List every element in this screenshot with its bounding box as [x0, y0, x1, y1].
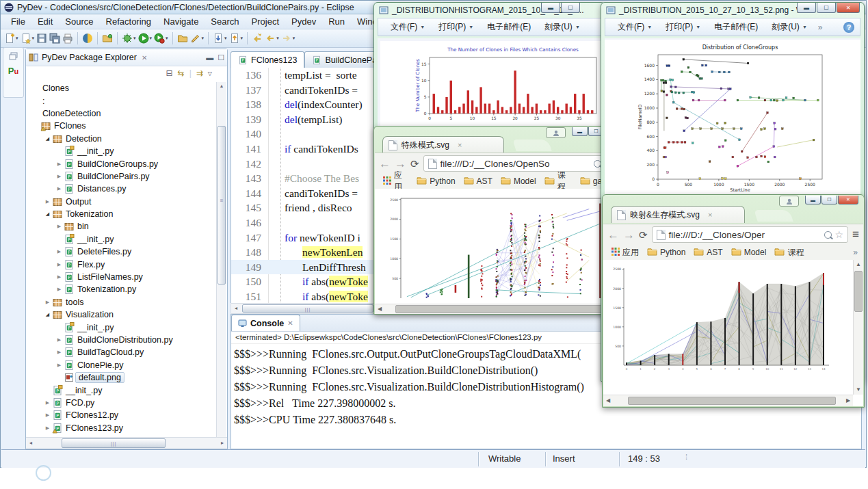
new-tab-button[interactable]: [512, 140, 552, 151]
tree-item-buildclonegroups-py[interactable]: ▶PBuildCloneGroups.py: [27, 157, 216, 170]
scroll-left-icon[interactable]: ◂: [231, 304, 241, 313]
collapsed-arrow-icon[interactable]: ▶: [43, 425, 52, 431]
menu-source[interactable]: Source: [59, 15, 99, 28]
collapsed-arrow-icon[interactable]: ▶: [55, 224, 64, 229]
focus-on-task-icon[interactable]: ⇉: [196, 68, 203, 78]
run-button[interactable]: ▾: [137, 31, 153, 46]
chrome-2-hscrollbar[interactable]: ◀ ▶: [603, 395, 853, 406]
profile-icon[interactable]: [546, 127, 566, 138]
new-tab-button[interactable]: [754, 210, 793, 222]
collapsed-arrow-icon[interactable]: ▶: [55, 262, 64, 267]
menu-打印(P)[interactable]: 打印(P)▼: [660, 20, 706, 34]
package-explorer-vscrollbar[interactable]: ▲: [216, 82, 226, 437]
forward-icon[interactable]: →: [623, 229, 635, 241]
scroll-left-icon[interactable]: ◀: [603, 396, 613, 406]
collapsed-arrow-icon[interactable]: ▶: [43, 400, 52, 406]
new-wizard-button[interactable]: ▾: [20, 31, 36, 46]
menu-refactoring[interactable]: Refactoring: [100, 15, 157, 28]
menu-刻录(U)[interactable]: 刻录(U)▼: [766, 20, 813, 34]
close-button[interactable]: ✕: [838, 196, 858, 204]
bookmark-folder-Model[interactable]: Model: [498, 176, 539, 187]
collapsed-arrow-icon[interactable]: ▶: [55, 274, 64, 280]
close-tab-icon[interactable]: ×: [458, 141, 462, 149]
hscroll-thumb[interactable]: [628, 397, 836, 405]
scroll-up-icon[interactable]: ▲: [217, 82, 226, 90]
view-menu-icon[interactable]: ▽: [208, 70, 212, 77]
minimize-button[interactable]: ▬: [541, 3, 560, 13]
expanded-arrow-icon[interactable]: ◢: [43, 312, 52, 317]
maximize-view-icon[interactable]: ☐: [218, 53, 224, 62]
minimize-button[interactable]: ▬: [797, 3, 816, 13]
menu-project[interactable]: Project: [246, 15, 285, 28]
close-tab-icon[interactable]: ×: [708, 211, 712, 219]
search-icon[interactable]: [824, 231, 832, 239]
collapsed-arrow-icon[interactable]: ▶: [55, 161, 64, 167]
forward-icon[interactable]: →: [395, 158, 406, 170]
pydev-perspective-icon[interactable]: Pu: [8, 66, 18, 76]
tree-item-tokenization[interactable]: ◢Tokenization: [27, 208, 216, 220]
address-bar[interactable]: file:///D:/__Clones/OpenSo: [423, 155, 606, 172]
debug-button[interactable]: ▾: [121, 31, 137, 46]
close-console-icon[interactable]: ✕: [287, 319, 293, 327]
folder-open-button[interactable]: [176, 31, 189, 46]
tree-item-output[interactable]: ▶Output: [27, 196, 216, 208]
collapsed-arrow-icon[interactable]: ▶: [55, 186, 64, 191]
chrome-1-hscrollbar[interactable]: ◀: [375, 304, 610, 314]
tree-item--init-py[interactable]: P__init_.py: [27, 145, 216, 157]
collapsed-arrow-icon[interactable]: ▶: [43, 199, 52, 204]
bookmarks-overflow-chevron[interactable]: »: [853, 248, 858, 257]
close-button[interactable]: ✕: [837, 3, 860, 13]
menu-pydev[interactable]: Pydev: [285, 15, 322, 28]
help-icon[interactable]: ?: [843, 22, 854, 33]
bookmark-star-icon[interactable]: ☆: [835, 229, 844, 240]
view-close-icon[interactable]: ✕: [142, 54, 147, 62]
minimize-button[interactable]: ▬: [805, 196, 821, 204]
collapsed-arrow-icon[interactable]: ▶: [55, 349, 64, 355]
taskbar-icon-partial[interactable]: [36, 465, 51, 481]
collapsed-arrow-icon[interactable]: ▶: [55, 337, 64, 343]
tree-item-flex-py[interactable]: ▶PFlex.py: [27, 258, 216, 270]
editor-hscroll-thumb[interactable]: [242, 304, 373, 313]
profile-icon[interactable]: [779, 196, 799, 207]
url-text[interactable]: file:///D:/__Clones/OpenSo: [440, 159, 590, 169]
coverage-button[interactable]: ▾: [153, 31, 169, 46]
minimize-view-icon[interactable]: ▬: [206, 53, 213, 62]
chrome-2-vscrollbar[interactable]: ▲ ▼: [853, 260, 863, 395]
address-bar[interactable]: file:///D:/__Clones/Oper ☆: [652, 226, 849, 243]
menu-文件(F)[interactable]: 文件(F)▼: [612, 20, 657, 34]
package-explorer-title[interactable]: PyDev Package Explorer: [42, 53, 137, 62]
tree-item--[interactable]: :: [27, 94, 216, 107]
tree-item-tools[interactable]: ▶tools: [27, 296, 216, 308]
expanded-arrow-icon[interactable]: ◢: [43, 211, 52, 217]
maximize-button[interactable]: ☐: [817, 3, 836, 13]
bookmark-folder-AST[interactable]: AST: [461, 176, 495, 187]
tree-item-listfilenames-py[interactable]: ▶PListFileNames.py: [27, 271, 216, 283]
menu-run[interactable]: Run: [322, 15, 351, 28]
tree-item-deletefiles-py[interactable]: ▶PDeleteFiles.py: [27, 246, 216, 258]
menu-文件(F)[interactable]: 文件(F)▼: [385, 20, 430, 34]
save-button[interactable]: [36, 31, 48, 46]
url-text[interactable]: file:///D:/__Clones/Oper: [669, 230, 821, 240]
vscroll-thumb[interactable]: [218, 126, 226, 285]
restore-perspective-icon[interactable]: [9, 52, 18, 60]
hscroll-thumb[interactable]: [62, 438, 166, 448]
vscroll-thumb[interactable]: [854, 271, 863, 312]
tree-item-clonepie-py[interactable]: ▶PClonePie.py: [27, 359, 216, 371]
tree-item-buildclonedistribution-py[interactable]: ▶PBuildCloneDistribution.py: [27, 334, 216, 346]
tree-item-default-png[interactable]: default.png: [27, 371, 216, 384]
tree-item-buildtagcloud-py[interactable]: ▶PBuildTagCloud.py: [27, 346, 216, 358]
back-history-button[interactable]: [251, 31, 263, 46]
bookmark-folder-Python[interactable]: Python: [414, 176, 458, 187]
collapsed-arrow-icon[interactable]: ▶: [55, 287, 64, 292]
export-button[interactable]: ▾: [228, 31, 244, 46]
menu-file[interactable]: File: [5, 15, 31, 28]
expanded-arrow-icon[interactable]: ◢: [43, 136, 52, 142]
reload-icon[interactable]: ⟳: [410, 159, 419, 169]
tree-item-distances-py[interactable]: ▶PDistances.py: [27, 183, 216, 195]
tab-console[interactable]: Console ✕: [231, 315, 300, 331]
maximize-button[interactable]: ☐: [561, 3, 580, 13]
scroll-right-icon[interactable]: ▸: [218, 438, 227, 449]
collapsed-arrow-icon[interactable]: ▶: [43, 300, 52, 305]
tree-item-fclones123-py[interactable]: ▶P!FClones123.py: [27, 422, 216, 434]
tree-item-bin[interactable]: ▶bin: [27, 220, 216, 233]
